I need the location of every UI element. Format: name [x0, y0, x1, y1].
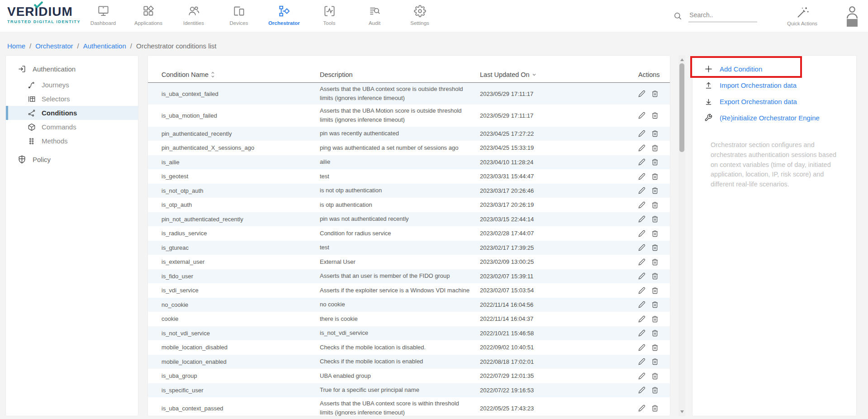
edit-icon[interactable] — [638, 329, 645, 337]
quick-actions-button[interactable]: Quick Actions — [787, 6, 817, 26]
edit-icon[interactable] — [638, 372, 645, 380]
row-actions-cell — [638, 344, 670, 351]
delete-icon[interactable] — [651, 315, 659, 323]
column-header-last-updated[interactable]: Last Updated On — [480, 71, 638, 78]
delete-icon[interactable] — [651, 405, 659, 412]
sidebar-section-policy[interactable]: Policy — [6, 148, 138, 168]
description-cell: pin was recently authenticated — [320, 127, 480, 140]
edit-icon[interactable] — [638, 201, 645, 209]
edit-icon[interactable] — [638, 215, 645, 223]
sidebar-section-authentication[interactable]: Authentication — [6, 56, 138, 78]
conditions-table: Condition Name Description Last Updated … — [147, 55, 670, 416]
delete-icon[interactable] — [651, 358, 659, 365]
sidebar-item-methods[interactable]: Methods — [6, 134, 138, 148]
column-header-description[interactable]: Description — [320, 71, 480, 78]
veridium-logo[interactable]: VERIDIUM TRUSTED DIGITAL IDENTITY — [7, 5, 89, 24]
pulse-icon — [323, 4, 336, 18]
row-actions-cell — [638, 112, 670, 119]
edit-icon[interactable] — [638, 301, 645, 308]
edit-icon[interactable] — [638, 158, 645, 166]
import-orchestration-button[interactable]: Import Orchestration data — [693, 77, 856, 93]
delete-icon[interactable] — [651, 90, 659, 97]
delete-icon[interactable] — [651, 112, 659, 119]
delete-icon[interactable] — [651, 187, 659, 194]
description-cell: UBA enabled group — [320, 370, 480, 382]
delete-icon[interactable] — [651, 344, 659, 351]
delete-icon[interactable] — [651, 258, 659, 266]
condition-name-cell: is_ailie — [161, 159, 320, 166]
nav-item-identities[interactable]: Identities — [171, 4, 216, 26]
delete-icon[interactable] — [651, 244, 659, 251]
delete-icon[interactable] — [651, 272, 659, 280]
table-row: is_uba_context_failed Asserts that the U… — [148, 83, 670, 105]
table-scrollbar[interactable] — [678, 55, 685, 416]
table-row: is_uba_context_passed Asserts that the U… — [148, 397, 670, 416]
delete-icon[interactable] — [651, 144, 659, 152]
delete-icon[interactable] — [651, 201, 659, 209]
delete-icon[interactable] — [651, 173, 659, 180]
description-cell: ailie — [320, 156, 480, 168]
sidebar: Authentication Journeys Selectors Condit… — [5, 55, 138, 416]
nav-item-orchestrator[interactable]: Orchestrator — [261, 4, 307, 26]
edit-icon[interactable] — [638, 144, 645, 152]
search-icon[interactable] — [674, 12, 682, 20]
sidebar-item-selectors[interactable]: Selectors — [6, 92, 138, 106]
delete-icon[interactable] — [651, 329, 659, 337]
reinitialize-engine-button[interactable]: (Re)initialize Orchestrator Engine — [693, 110, 856, 126]
edit-icon[interactable] — [638, 244, 645, 251]
edit-icon[interactable] — [638, 258, 645, 266]
sidebar-item-conditions[interactable]: Conditions — [6, 106, 138, 120]
delete-icon[interactable] — [651, 287, 659, 294]
nav-item-audit[interactable]: Audit — [352, 4, 397, 26]
export-orchestration-button[interactable]: Export Orchestration data — [693, 93, 856, 110]
edit-icon[interactable] — [638, 90, 645, 97]
edit-icon[interactable] — [638, 386, 645, 394]
delete-icon[interactable] — [651, 130, 659, 137]
condition-name-cell: is_uba_context_passed — [161, 405, 320, 412]
add-condition-button[interactable]: Add Condition — [693, 61, 856, 77]
condition-name-cell: is_fido_user — [161, 273, 320, 280]
nav-item-applications[interactable]: Applications — [126, 4, 171, 26]
edit-icon[interactable] — [638, 315, 645, 323]
nav-item-devices[interactable]: Devices — [216, 4, 261, 26]
updated-cell: 2022/11/14 16:04:56 — [480, 301, 638, 308]
nav-item-tools[interactable]: Tools — [307, 4, 352, 26]
edit-icon[interactable] — [638, 344, 645, 351]
nav-item-dashboard[interactable]: Dashboard — [81, 4, 126, 26]
edit-icon[interactable] — [638, 358, 645, 365]
search-input[interactable] — [688, 10, 757, 22]
breadcrumb-home[interactable]: Home — [7, 42, 25, 50]
breadcrumb-authentication[interactable]: Authentication — [83, 42, 126, 50]
sidebar-item-journeys[interactable]: Journeys — [6, 78, 138, 92]
sidebar-item-commands[interactable]: Commands — [6, 120, 138, 134]
edit-icon[interactable] — [638, 405, 645, 412]
edit-icon[interactable] — [638, 173, 645, 180]
breadcrumb-orchestrator[interactable]: Orchestrator — [35, 42, 73, 50]
delete-icon[interactable] — [651, 158, 659, 166]
scrollbar-up-arrow[interactable] — [680, 58, 684, 61]
edit-icon[interactable] — [638, 230, 645, 237]
delete-icon[interactable] — [651, 301, 659, 308]
edit-icon[interactable] — [638, 272, 645, 280]
updated-cell: 2022/09/02 10:40:51 — [480, 344, 638, 351]
condition-name-cell: is_external_user — [161, 258, 320, 265]
flowchart-icon — [278, 4, 290, 18]
edit-icon[interactable] — [638, 187, 645, 194]
edit-icon[interactable] — [638, 112, 645, 119]
edit-icon[interactable] — [638, 130, 645, 137]
table-row: pin_authenticated_X_sessions_ago ping wa… — [148, 141, 670, 155]
row-actions-cell — [638, 173, 670, 180]
condition-name-cell: is_otp_auth — [161, 201, 320, 208]
user-avatar[interactable] — [844, 5, 860, 27]
edit-icon[interactable] — [638, 287, 645, 294]
scrollbar-thumb[interactable] — [679, 63, 684, 152]
delete-icon[interactable] — [651, 372, 659, 380]
nav-item-settings[interactable]: Settings — [397, 4, 442, 26]
row-actions-cell — [638, 244, 670, 251]
scrollbar-down-arrow[interactable] — [680, 410, 684, 413]
delete-icon[interactable] — [651, 230, 659, 237]
delete-icon[interactable] — [651, 386, 659, 394]
column-header-condition-name[interactable]: Condition Name — [161, 71, 320, 78]
delete-icon[interactable] — [651, 215, 659, 223]
list-search-icon — [369, 4, 381, 18]
